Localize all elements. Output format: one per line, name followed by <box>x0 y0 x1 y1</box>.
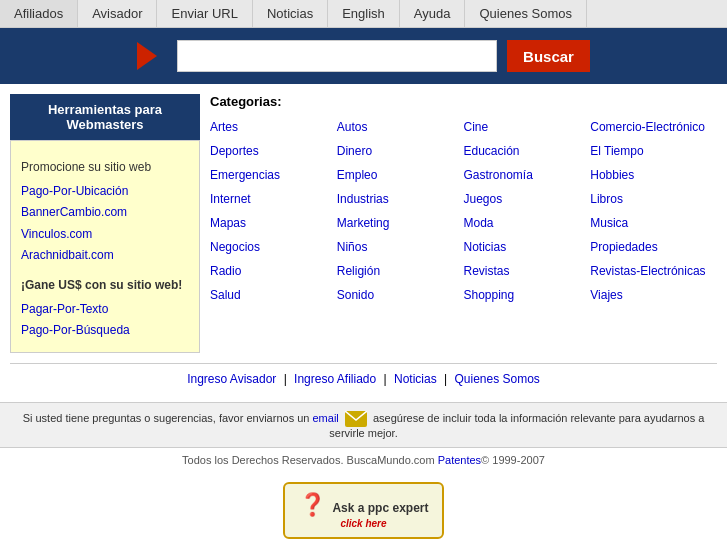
categories-title: Categorias: <box>210 94 717 109</box>
category-link[interactable]: Educación <box>464 141 591 161</box>
category-link[interactable]: Mapas <box>210 213 337 233</box>
category-link[interactable]: Sonido <box>337 285 464 305</box>
ppc-line2: ppc <box>368 501 389 515</box>
category-link[interactable]: Religión <box>337 261 464 281</box>
patent-link[interactable]: Patentes <box>438 454 481 466</box>
sidebar-link[interactable]: Pago-Por-Ubicación <box>21 181 189 203</box>
category-link[interactable]: Revistas <box>464 261 591 281</box>
category-link[interactable]: Salud <box>210 285 337 305</box>
category-link[interactable]: Emergencias <box>210 165 337 185</box>
category-link[interactable]: Cine <box>464 117 591 137</box>
footer-link[interactable]: Ingreso Avisador <box>187 372 276 386</box>
nav-item-afiliados[interactable]: Afiliados <box>0 0 78 27</box>
category-link[interactable]: Moda <box>464 213 591 233</box>
footer-link[interactable]: Ingreso Afiliado <box>294 372 376 386</box>
logo-area <box>137 42 157 70</box>
main-content: Herramientas para Webmasters Promocione … <box>0 84 727 363</box>
envelope-icon <box>342 412 373 424</box>
sidebar-earn-links: Pagar-Por-TextoPago-Por-Búsqueda <box>21 299 189 342</box>
category-link[interactable]: Gastronomía <box>464 165 591 185</box>
nav-item-noticias[interactable]: Noticias <box>253 0 328 27</box>
sidebar-earn-link[interactable]: Pago-Por-Búsqueda <box>21 320 189 342</box>
categories-panel: Categorias: ArtesAutosCineComercio-Elect… <box>210 94 717 353</box>
category-link[interactable]: Shopping <box>464 285 591 305</box>
category-link[interactable]: Juegos <box>464 189 591 209</box>
search-input[interactable] <box>177 40 497 72</box>
category-link[interactable]: Artes <box>210 117 337 137</box>
copyright-text: Todos los Derechos Reservados. BuscaMund… <box>182 454 438 466</box>
sidebar-promo-text: Promocione su sitio web <box>21 157 189 179</box>
copyright: Todos los Derechos Reservados. BuscaMund… <box>0 448 727 472</box>
nav-item-enviar-url[interactable]: Enviar URL <box>157 0 252 27</box>
ppc-box[interactable]: ❓ Ask a ppc expert click here <box>283 482 445 539</box>
nav-item-avisador[interactable]: Avisador <box>78 0 157 27</box>
footer-links: Ingreso Avisador | Ingreso Afiliado | No… <box>10 363 717 394</box>
category-link[interactable]: Deportes <box>210 141 337 161</box>
category-link[interactable]: Musica <box>590 213 717 233</box>
category-link[interactable]: Autos <box>337 117 464 137</box>
email-link[interactable]: email <box>313 412 339 424</box>
category-link[interactable]: Niños <box>337 237 464 257</box>
ppc-icon: ❓ <box>299 492 326 517</box>
info-text-after: asegúrese de incluir toda la información… <box>329 412 704 439</box>
sidebar-earn-link[interactable]: Pagar-Por-Texto <box>21 299 189 321</box>
logo-chevron-icon <box>137 42 157 70</box>
category-link[interactable]: Revistas-Electrónicas <box>590 261 717 281</box>
copyright-end: © 1999-2007 <box>481 454 545 466</box>
category-link[interactable]: Propiedades <box>590 237 717 257</box>
category-link[interactable]: Radio <box>210 261 337 281</box>
category-link[interactable]: Libros <box>590 189 717 209</box>
sidebar-link[interactable]: BannerCambio.com <box>21 202 189 224</box>
sidebar-link[interactable]: Arachnidbait.com <box>21 245 189 267</box>
category-link[interactable]: Marketing <box>337 213 464 233</box>
nav-item-english[interactable]: English <box>328 0 400 27</box>
footer-link[interactable]: Noticias <box>394 372 437 386</box>
ppc-badge: ❓ Ask a ppc expert click here <box>0 472 727 545</box>
info-text-before: Si usted tiene preguntas o sugerencias, … <box>23 412 313 424</box>
ppc-line1: Ask a <box>332 501 364 515</box>
category-link[interactable]: Hobbies <box>590 165 717 185</box>
ppc-click-here: click here <box>299 518 429 529</box>
category-link[interactable]: Internet <box>210 189 337 209</box>
search-button[interactable]: Buscar <box>507 40 590 72</box>
categories-grid: ArtesAutosCineComercio-ElectrónicoDeport… <box>210 117 717 305</box>
category-link[interactable]: Negocios <box>210 237 337 257</box>
sidebar-title: Herramientas para Webmasters <box>10 94 200 140</box>
sidebar-link[interactable]: Vinculos.com <box>21 224 189 246</box>
category-link[interactable]: Empleo <box>337 165 464 185</box>
sidebar: Herramientas para Webmasters Promocione … <box>10 94 200 353</box>
nav-item-ayuda[interactable]: Ayuda <box>400 0 466 27</box>
top-navigation: AfiliadosAvisadorEnviar URLNoticiasEngli… <box>0 0 727 28</box>
sidebar-earn-text: ¡Gane US$ con su sitio web! <box>21 275 189 297</box>
category-link[interactable]: Noticias <box>464 237 591 257</box>
category-link[interactable]: Dinero <box>337 141 464 161</box>
sidebar-content: Promocione su sitio web Pago-Por-Ubicaci… <box>10 140 200 353</box>
category-link[interactable]: Industrias <box>337 189 464 209</box>
ppc-line3: expert <box>392 501 428 515</box>
footer-link[interactable]: Quienes Somos <box>454 372 539 386</box>
info-bar: Si usted tiene preguntas o sugerencias, … <box>0 402 727 448</box>
sidebar-links: Pago-Por-UbicaciónBannerCambio.comVincul… <box>21 181 189 267</box>
category-link[interactable]: El Tiempo <box>590 141 717 161</box>
nav-item-quienes-somos[interactable]: Quienes Somos <box>465 0 587 27</box>
search-bar: Buscar <box>0 28 727 84</box>
category-link[interactable]: Comercio-Electrónico <box>590 117 717 137</box>
category-link[interactable]: Viajes <box>590 285 717 305</box>
